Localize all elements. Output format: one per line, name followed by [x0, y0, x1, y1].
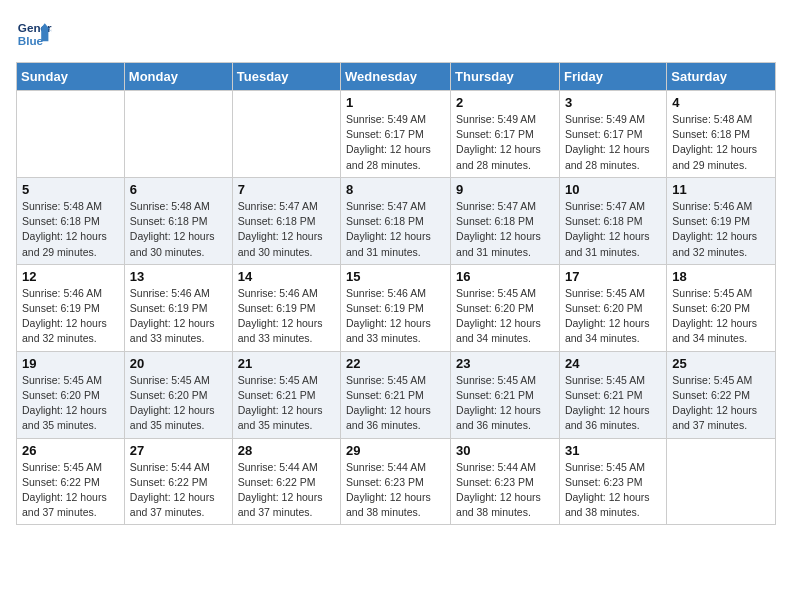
weekday-header-thursday: Thursday — [451, 63, 560, 91]
day-number: 31 — [565, 443, 661, 458]
calendar-week-2: 5Sunrise: 5:48 AM Sunset: 6:18 PM Daylig… — [17, 177, 776, 264]
day-number: 25 — [672, 356, 770, 371]
calendar-cell: 31Sunrise: 5:45 AM Sunset: 6:23 PM Dayli… — [559, 438, 666, 525]
day-detail: Sunrise: 5:46 AM Sunset: 6:19 PM Dayligh… — [238, 286, 335, 347]
day-detail: Sunrise: 5:47 AM Sunset: 6:18 PM Dayligh… — [238, 199, 335, 260]
calendar-week-3: 12Sunrise: 5:46 AM Sunset: 6:19 PM Dayli… — [17, 264, 776, 351]
day-number: 30 — [456, 443, 554, 458]
calendar-cell: 3Sunrise: 5:49 AM Sunset: 6:17 PM Daylig… — [559, 91, 666, 178]
day-detail: Sunrise: 5:48 AM Sunset: 6:18 PM Dayligh… — [22, 199, 119, 260]
day-number: 1 — [346, 95, 445, 110]
day-number: 14 — [238, 269, 335, 284]
day-detail: Sunrise: 5:45 AM Sunset: 6:20 PM Dayligh… — [672, 286, 770, 347]
day-detail: Sunrise: 5:45 AM Sunset: 6:23 PM Dayligh… — [565, 460, 661, 521]
day-number: 27 — [130, 443, 227, 458]
calendar-cell: 11Sunrise: 5:46 AM Sunset: 6:19 PM Dayli… — [667, 177, 776, 264]
day-number: 3 — [565, 95, 661, 110]
calendar-cell — [17, 91, 125, 178]
weekday-header-tuesday: Tuesday — [232, 63, 340, 91]
calendar-cell: 1Sunrise: 5:49 AM Sunset: 6:17 PM Daylig… — [341, 91, 451, 178]
day-detail: Sunrise: 5:44 AM Sunset: 6:22 PM Dayligh… — [238, 460, 335, 521]
day-number: 15 — [346, 269, 445, 284]
calendar-cell: 14Sunrise: 5:46 AM Sunset: 6:19 PM Dayli… — [232, 264, 340, 351]
day-detail: Sunrise: 5:48 AM Sunset: 6:18 PM Dayligh… — [672, 112, 770, 173]
day-detail: Sunrise: 5:45 AM Sunset: 6:22 PM Dayligh… — [672, 373, 770, 434]
day-detail: Sunrise: 5:46 AM Sunset: 6:19 PM Dayligh… — [22, 286, 119, 347]
day-detail: Sunrise: 5:45 AM Sunset: 6:21 PM Dayligh… — [238, 373, 335, 434]
calendar-cell: 22Sunrise: 5:45 AM Sunset: 6:21 PM Dayli… — [341, 351, 451, 438]
calendar-cell: 2Sunrise: 5:49 AM Sunset: 6:17 PM Daylig… — [451, 91, 560, 178]
calendar-cell: 8Sunrise: 5:47 AM Sunset: 6:18 PM Daylig… — [341, 177, 451, 264]
weekday-header-saturday: Saturday — [667, 63, 776, 91]
day-detail: Sunrise: 5:46 AM Sunset: 6:19 PM Dayligh… — [346, 286, 445, 347]
calendar-cell: 12Sunrise: 5:46 AM Sunset: 6:19 PM Dayli… — [17, 264, 125, 351]
calendar-cell: 19Sunrise: 5:45 AM Sunset: 6:20 PM Dayli… — [17, 351, 125, 438]
calendar-cell: 10Sunrise: 5:47 AM Sunset: 6:18 PM Dayli… — [559, 177, 666, 264]
day-number: 2 — [456, 95, 554, 110]
calendar-cell: 24Sunrise: 5:45 AM Sunset: 6:21 PM Dayli… — [559, 351, 666, 438]
calendar-cell: 9Sunrise: 5:47 AM Sunset: 6:18 PM Daylig… — [451, 177, 560, 264]
calendar-cell: 20Sunrise: 5:45 AM Sunset: 6:20 PM Dayli… — [124, 351, 232, 438]
day-number: 12 — [22, 269, 119, 284]
calendar-cell: 23Sunrise: 5:45 AM Sunset: 6:21 PM Dayli… — [451, 351, 560, 438]
day-detail: Sunrise: 5:47 AM Sunset: 6:18 PM Dayligh… — [456, 199, 554, 260]
calendar-cell: 29Sunrise: 5:44 AM Sunset: 6:23 PM Dayli… — [341, 438, 451, 525]
day-number: 26 — [22, 443, 119, 458]
day-number: 20 — [130, 356, 227, 371]
calendar-cell: 7Sunrise: 5:47 AM Sunset: 6:18 PM Daylig… — [232, 177, 340, 264]
day-detail: Sunrise: 5:47 AM Sunset: 6:18 PM Dayligh… — [565, 199, 661, 260]
day-number: 19 — [22, 356, 119, 371]
logo-icon: General Blue — [16, 16, 52, 52]
day-number: 23 — [456, 356, 554, 371]
weekday-header-row: SundayMondayTuesdayWednesdayThursdayFrid… — [17, 63, 776, 91]
calendar-cell: 16Sunrise: 5:45 AM Sunset: 6:20 PM Dayli… — [451, 264, 560, 351]
day-detail: Sunrise: 5:49 AM Sunset: 6:17 PM Dayligh… — [565, 112, 661, 173]
day-detail: Sunrise: 5:49 AM Sunset: 6:17 PM Dayligh… — [456, 112, 554, 173]
day-number: 28 — [238, 443, 335, 458]
calendar-cell: 6Sunrise: 5:48 AM Sunset: 6:18 PM Daylig… — [124, 177, 232, 264]
day-number: 5 — [22, 182, 119, 197]
calendar-cell: 17Sunrise: 5:45 AM Sunset: 6:20 PM Dayli… — [559, 264, 666, 351]
day-number: 10 — [565, 182, 661, 197]
calendar-cell — [232, 91, 340, 178]
calendar-cell: 18Sunrise: 5:45 AM Sunset: 6:20 PM Dayli… — [667, 264, 776, 351]
weekday-header-monday: Monday — [124, 63, 232, 91]
day-number: 24 — [565, 356, 661, 371]
calendar-cell — [667, 438, 776, 525]
day-detail: Sunrise: 5:45 AM Sunset: 6:22 PM Dayligh… — [22, 460, 119, 521]
day-detail: Sunrise: 5:45 AM Sunset: 6:21 PM Dayligh… — [456, 373, 554, 434]
calendar-cell: 5Sunrise: 5:48 AM Sunset: 6:18 PM Daylig… — [17, 177, 125, 264]
day-number: 13 — [130, 269, 227, 284]
day-detail: Sunrise: 5:45 AM Sunset: 6:20 PM Dayligh… — [565, 286, 661, 347]
day-detail: Sunrise: 5:44 AM Sunset: 6:22 PM Dayligh… — [130, 460, 227, 521]
day-detail: Sunrise: 5:45 AM Sunset: 6:20 PM Dayligh… — [456, 286, 554, 347]
calendar-cell: 15Sunrise: 5:46 AM Sunset: 6:19 PM Dayli… — [341, 264, 451, 351]
day-detail: Sunrise: 5:45 AM Sunset: 6:21 PM Dayligh… — [346, 373, 445, 434]
day-detail: Sunrise: 5:46 AM Sunset: 6:19 PM Dayligh… — [130, 286, 227, 347]
day-detail: Sunrise: 5:47 AM Sunset: 6:18 PM Dayligh… — [346, 199, 445, 260]
day-detail: Sunrise: 5:49 AM Sunset: 6:17 PM Dayligh… — [346, 112, 445, 173]
calendar-week-5: 26Sunrise: 5:45 AM Sunset: 6:22 PM Dayli… — [17, 438, 776, 525]
calendar-cell: 13Sunrise: 5:46 AM Sunset: 6:19 PM Dayli… — [124, 264, 232, 351]
day-number: 22 — [346, 356, 445, 371]
weekday-header-sunday: Sunday — [17, 63, 125, 91]
day-number: 11 — [672, 182, 770, 197]
calendar-cell: 26Sunrise: 5:45 AM Sunset: 6:22 PM Dayli… — [17, 438, 125, 525]
day-number: 18 — [672, 269, 770, 284]
weekday-header-wednesday: Wednesday — [341, 63, 451, 91]
svg-text:Blue: Blue — [18, 34, 44, 47]
calendar-cell: 30Sunrise: 5:44 AM Sunset: 6:23 PM Dayli… — [451, 438, 560, 525]
calendar-cell: 27Sunrise: 5:44 AM Sunset: 6:22 PM Dayli… — [124, 438, 232, 525]
day-number: 8 — [346, 182, 445, 197]
calendar-table: SundayMondayTuesdayWednesdayThursdayFrid… — [16, 62, 776, 525]
calendar-week-4: 19Sunrise: 5:45 AM Sunset: 6:20 PM Dayli… — [17, 351, 776, 438]
calendar-cell — [124, 91, 232, 178]
day-detail: Sunrise: 5:45 AM Sunset: 6:21 PM Dayligh… — [565, 373, 661, 434]
weekday-header-friday: Friday — [559, 63, 666, 91]
calendar-week-1: 1Sunrise: 5:49 AM Sunset: 6:17 PM Daylig… — [17, 91, 776, 178]
day-number: 29 — [346, 443, 445, 458]
calendar-cell: 28Sunrise: 5:44 AM Sunset: 6:22 PM Dayli… — [232, 438, 340, 525]
day-detail: Sunrise: 5:45 AM Sunset: 6:20 PM Dayligh… — [130, 373, 227, 434]
day-number: 21 — [238, 356, 335, 371]
day-detail: Sunrise: 5:45 AM Sunset: 6:20 PM Dayligh… — [22, 373, 119, 434]
